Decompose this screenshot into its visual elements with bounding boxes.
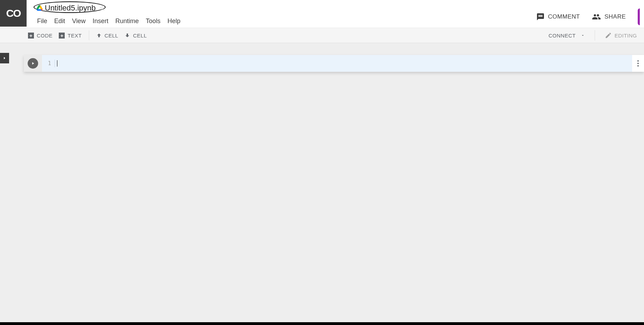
gutter-separator [55,60,55,67]
cell-down-label: CELL [133,33,147,39]
cell-up-button[interactable]: CELL [96,33,119,39]
cell-down-button[interactable]: CELL [125,33,147,39]
separator [89,30,89,40]
share-button[interactable]: SHARE [592,12,626,21]
separator [595,30,595,41]
cell-up-label: CELL [105,33,119,39]
play-icon [31,61,35,65]
code-editor[interactable]: 1 [42,55,632,72]
pencil-icon [605,32,612,39]
menu-runtime[interactable]: Runtime [115,18,139,25]
expand-sidebar-button[interactable] [0,53,9,63]
toolbar-left: + CODE + TEXT [28,33,82,39]
header-actions: COMMENT SHARE [536,8,640,25]
line-number: 1 [42,60,55,67]
comment-button[interactable]: COMMENT [536,13,580,21]
dropdown-icon [581,33,585,37]
toolbar: + CODE + TEXT CELL CELL CONNECT EDITING [0,28,644,43]
header: CO Untitled5.ipynb ☆ File Edit View Inse… [0,0,644,28]
avatar[interactable] [638,8,640,25]
arrow-up-icon [96,33,102,38]
add-code-button[interactable]: + CODE [28,33,52,39]
run-button[interactable] [28,58,38,69]
comment-icon [536,13,545,21]
colab-logo[interactable]: CO [0,0,27,27]
editing-label: EDITING [615,33,637,39]
menu-tools[interactable]: Tools [146,18,161,25]
text-cursor [57,60,57,67]
menu-help[interactable]: Help [168,18,181,25]
star-icon[interactable]: ☆ [99,4,106,12]
plus-icon: + [59,33,65,39]
bottom-bar [0,322,644,325]
drive-icon [36,5,43,11]
content: 1 [0,43,644,325]
editing-button[interactable]: EDITING [605,32,637,39]
connect-button[interactable]: CONNECT [549,33,585,39]
text-label: TEXT [68,33,82,39]
kebab-dot [637,63,639,64]
menu-view[interactable]: View [72,18,86,25]
kebab-dot [637,60,639,62]
toolbar-cell-nav: CELL CELL [96,33,147,39]
add-text-button[interactable]: + TEXT [59,33,82,39]
menu-edit[interactable]: Edit [54,18,65,25]
comment-label: COMMENT [548,13,580,20]
code-label: CODE [37,33,52,39]
run-column [24,55,42,72]
arrow-down-icon [125,33,130,38]
cell-menu-column [632,55,644,72]
chevron-right-icon [2,56,7,61]
code-cell[interactable]: 1 [24,55,644,72]
menu-file[interactable]: File [37,18,47,25]
connect-label: CONNECT [549,33,576,39]
kebab-dot [637,65,639,67]
share-label: SHARE [604,13,626,20]
cell-options-button[interactable] [637,60,639,67]
notebook-title[interactable]: Untitled5.ipynb [45,4,96,13]
menu-insert[interactable]: Insert [93,18,108,25]
share-icon [592,12,601,21]
notebook-area: 1 [9,43,644,325]
toolbar-right: CONNECT EDITING [549,30,637,41]
logo-text: CO [6,7,21,19]
plus-icon: + [28,33,34,39]
